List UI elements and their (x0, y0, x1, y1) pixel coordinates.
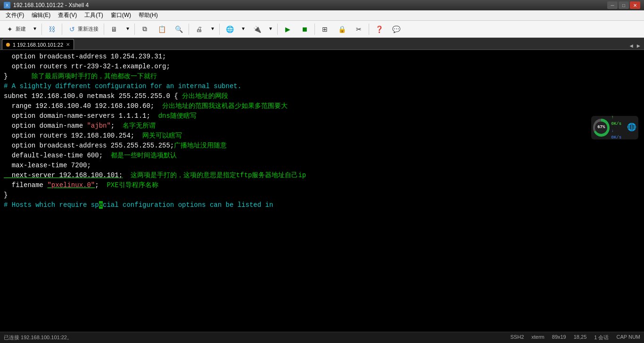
toolbar-separator-5 (189, 24, 189, 35)
menu-view[interactable]: 查看(V) (54, 10, 81, 20)
help-button[interactable]: ❓ (371, 23, 387, 36)
help-icon: ❓ (374, 24, 384, 34)
terminal-line: option broadcast-address 10.254.239.31; (4, 52, 640, 62)
network-stats: ↑ 0K/s ↓ 0K/s (611, 114, 625, 141)
lock-button[interactable]: 🔒 (334, 23, 350, 36)
toolbar-separator-6 (219, 24, 220, 35)
terminal-line: option routers 192.168.100.254; 网关可以瞎写 (4, 131, 640, 141)
terminal-size: 89x19 (552, 334, 566, 341)
terminal-line: } 除了最后两项时手打的，其他都改一下就行 (4, 72, 640, 82)
monitor-button[interactable]: 🖥 (106, 23, 122, 36)
toolbar-separator-7 (277, 24, 278, 35)
terminal-line: option domain-name "ajbn"; 名字无所谓 (4, 121, 640, 131)
menu-bar: 文件(F) 编辑(E) 查看(V) 工具(T) 窗口(W) 帮助(H) (0, 10, 644, 21)
minimize-button[interactable]: ─ (607, 1, 618, 9)
terminal-line: # Hosts which require special configurat… (4, 200, 640, 210)
terminal-line: } (4, 190, 640, 200)
toolbar-separator-8 (314, 24, 315, 35)
terminal-line: max-lease-time 7200; (4, 161, 640, 171)
terminal-line: option broadcast-address 255.255.255.255… (4, 141, 640, 151)
scissors-button[interactable]: ✂ (351, 23, 367, 36)
new-button[interactable]: ✦ 新建 (2, 23, 29, 36)
terminal-line: filename "pxelinux.0"; PXE引导程序名称 (4, 180, 640, 190)
menu-tools[interactable]: 工具(T) (81, 10, 107, 20)
print-icon: 🖨 (194, 24, 204, 34)
maximize-button[interactable]: □ (619, 1, 629, 9)
copy-button[interactable]: ⧉ (137, 23, 153, 36)
close-button[interactable]: ✕ (630, 1, 640, 9)
tab-label: 1 192.168.100.101:22 (13, 42, 63, 48)
dropdown-arrow-3-icon[interactable]: ▼ (208, 24, 217, 34)
toolbar-separator-3 (104, 24, 104, 35)
play-icon: ▶ (283, 24, 292, 34)
reconnect-button[interactable]: ↺ 重新连接 (64, 23, 102, 36)
copy-icon: ⧉ (140, 24, 149, 34)
network-widget: 67% ↑ 0K/s ↓ 0K/s 🌐 (591, 116, 638, 139)
cursor-position: 18,25 (574, 334, 587, 341)
terminal-line: option routers rtr-239-32-1.example.org; (4, 62, 640, 72)
chat-button[interactable]: 💬 (388, 23, 404, 36)
plugin-button[interactable]: 🔌 (249, 23, 265, 36)
window-controls: ─ □ ✕ (607, 1, 640, 9)
ssh-protocol: SSH2 (511, 334, 524, 341)
reconnect-icon: ↺ (67, 24, 77, 34)
toolbar-separator-4 (134, 24, 135, 35)
window-title: 192.168.100.101:22 - Xshell 4 (13, 2, 89, 8)
lock-icon: 🔒 (337, 24, 347, 34)
stop-icon: ⏹ (300, 24, 309, 34)
terminal-area[interactable]: 67% ↑ 0K/s ↓ 0K/s 🌐 option broadcast-add… (0, 50, 644, 332)
menu-edit[interactable]: 编辑(E) (28, 10, 54, 20)
toolbar-separator-2 (62, 24, 62, 35)
print-button[interactable]: 🖨 (191, 23, 207, 36)
connect-icon-button[interactable]: ⛓ (44, 23, 60, 36)
paste-button[interactable]: 📋 (154, 23, 170, 36)
find-button[interactable]: 🔍 (171, 23, 187, 36)
terminal-line: range 192.168.100.40 192.168.100.60; 分出地… (4, 101, 640, 111)
chat-icon: 💬 (391, 24, 401, 34)
dropdown-arrow-5-icon[interactable]: ▼ (266, 24, 275, 34)
connect-icon: ⛓ (47, 24, 57, 34)
paste-icon: 📋 (157, 24, 166, 34)
tab-status-indicator (6, 43, 10, 47)
cpu-pct-label: 67% (595, 122, 607, 134)
status-bar: 已连接 192.168.100.101:22。 SSH2 xterm 89x19… (0, 332, 644, 343)
terminal-line: option domain-name-servers 1.1.1.1; dns随… (4, 111, 640, 121)
cpu-usage-circle: 67% (593, 119, 610, 137)
toolbar: ✦ 新建 ▼ ⛓ ↺ 重新连接 🖥 ▼ ⧉ 📋 🔍 🖨 ▼ 🌐 ▼ 🔌 ▼ ▶ … (0, 21, 644, 38)
grid-button[interactable]: ⊞ (317, 23, 333, 36)
cursor-char: e (99, 201, 103, 209)
new-icon: ✦ (5, 24, 15, 34)
caps-num-status: CAP NUM (616, 334, 640, 341)
tab-next-icon[interactable]: ▶ (635, 42, 642, 49)
stop-button[interactable]: ⏹ (297, 23, 313, 36)
menu-file[interactable]: 文件(F) (2, 10, 28, 20)
terminal-line: # A slightly different configuration for… (4, 82, 640, 91)
play-button[interactable]: ▶ (280, 23, 296, 36)
plugin-icon: 🔌 (252, 24, 262, 34)
session-tab-1[interactable]: 1 192.168.100.101:22 ✕ (2, 39, 74, 49)
title-bar: X 192.168.100.101:22 - Xshell 4 ─ □ ✕ (0, 0, 644, 10)
download-stat: ↓ 0K/s (611, 128, 625, 141)
find-icon: 🔍 (174, 24, 183, 34)
toolbar-separator-1 (41, 24, 42, 35)
globe-icon: 🌐 (225, 24, 234, 34)
scissors-icon: ✂ (354, 24, 363, 34)
terminal-line: default-lease-time 600; 都是一些时间选项默认 (4, 151, 640, 161)
menu-window[interactable]: 窗口(W) (107, 10, 135, 20)
menu-help[interactable]: 帮助(H) (135, 10, 162, 20)
monitor-icon: 🖥 (109, 24, 119, 34)
toolbar-separator-9 (369, 24, 369, 35)
status-right-section: SSH2 xterm 89x19 18,25 1 会话 CAP NUM (511, 334, 640, 341)
dropdown-arrow-4-icon[interactable]: ▼ (239, 24, 248, 34)
globe-button[interactable]: 🌐 (222, 23, 238, 36)
tab-close-button[interactable]: ✕ (66, 42, 70, 47)
dropdown-arrow-icon[interactable]: ▼ (30, 24, 40, 34)
dropdown-arrow-2-icon[interactable]: ▼ (123, 24, 132, 34)
terminal-type: xterm (531, 334, 545, 341)
tab-prev-icon[interactable]: ◀ (628, 42, 635, 49)
connection-status: 已连接 192.168.100.101:22。 (4, 334, 72, 341)
upload-stat: ↑ 0K/s (611, 114, 625, 127)
terminal-line: next-server 192.168.100.101; 这两项是手打的，这项的… (4, 171, 640, 180)
globe-widget-icon: 🌐 (627, 122, 636, 133)
terminal-line: subnet 192.168.100.0 netmask 255.255.255… (4, 91, 640, 101)
